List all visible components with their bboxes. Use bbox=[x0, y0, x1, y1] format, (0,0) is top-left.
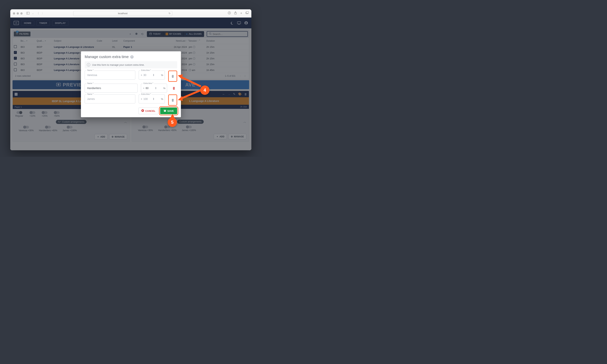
svg-marker-18 bbox=[170, 114, 175, 118]
stepper-icon[interactable]: ▲▼ bbox=[153, 74, 154, 76]
field-label: Extra time * bbox=[140, 69, 152, 71]
address-text: localhost bbox=[118, 12, 127, 15]
manage-extra-time-dialog: Manage custom extra time ? i Use this fo… bbox=[81, 51, 181, 117]
percent-label: % bbox=[161, 98, 163, 100]
share-icon[interactable] bbox=[234, 11, 237, 15]
tab-overview-icon[interactable] bbox=[246, 11, 249, 15]
extra-time-input[interactable] bbox=[143, 97, 152, 100]
downloads-icon[interactable] bbox=[228, 11, 231, 15]
plus-prefix: + bbox=[143, 87, 144, 90]
percent-label: % bbox=[161, 74, 163, 77]
extra-time-row: Name *Extra time *+▲▼% bbox=[85, 71, 177, 82]
plus-prefix: + bbox=[141, 97, 142, 100]
plus-prefix: + bbox=[141, 74, 142, 77]
info-icon: i bbox=[87, 63, 90, 66]
delete-row-button[interactable] bbox=[170, 84, 177, 92]
nav-forward-icon[interactable]: 〉 bbox=[42, 12, 44, 15]
browser-window: ⌄ 〈 〉 localhost ↻ + HOME TIMER DISPLA bbox=[10, 9, 251, 150]
annotation-highlight bbox=[168, 71, 177, 82]
annotation-arrow bbox=[170, 114, 175, 118]
cancel-button[interactable]: CANCEL bbox=[138, 107, 158, 114]
sidebar-toggle-icon[interactable] bbox=[26, 12, 29, 15]
annotation-arrow bbox=[178, 74, 202, 87]
extra-time-row: Name *Extra time *+▲▼% bbox=[85, 94, 177, 106]
name-input[interactable] bbox=[85, 84, 138, 92]
stepper-icon[interactable]: ▲▼ bbox=[155, 87, 157, 90]
cancel-icon bbox=[141, 109, 144, 113]
dialog-title: Manage custom extra time bbox=[85, 55, 129, 59]
svg-rect-4 bbox=[246, 12, 249, 13]
field-label: Name * bbox=[86, 82, 94, 84]
minimize-window-dot[interactable] bbox=[17, 12, 19, 14]
window-traffic-lights[interactable] bbox=[13, 12, 23, 14]
close-window-dot[interactable] bbox=[13, 12, 15, 14]
dialog-info-bar: i Use this form to manage your custom ex… bbox=[85, 61, 177, 68]
extra-time-input[interactable] bbox=[143, 74, 152, 77]
name-input[interactable] bbox=[85, 94, 135, 104]
field-label: Name * bbox=[86, 93, 94, 95]
field-label: Extra time * bbox=[140, 93, 152, 95]
delete-row-button[interactable] bbox=[169, 96, 176, 104]
new-tab-icon[interactable]: + bbox=[240, 11, 242, 15]
extra-time-row: Name *Extra time *+▲▼% bbox=[85, 84, 177, 92]
annotation-bubble-5: 5 bbox=[168, 117, 177, 127]
address-bar[interactable]: localhost ↻ bbox=[73, 11, 172, 16]
stepper-icon[interactable]: ▲▼ bbox=[153, 98, 154, 100]
mac-titlebar: ⌄ 〈 〉 localhost ↻ + bbox=[10, 9, 251, 18]
nav-back-icon[interactable]: 〈 bbox=[36, 12, 39, 15]
dialog-save-button[interactable]: SAVE bbox=[160, 107, 177, 114]
delete-row-button[interactable] bbox=[169, 72, 176, 81]
zoom-window-dot[interactable] bbox=[20, 12, 23, 14]
svg-rect-0 bbox=[27, 12, 29, 14]
save-icon bbox=[164, 109, 166, 113]
annotation-highlight bbox=[168, 94, 177, 106]
chevron-down-icon[interactable]: ⌄ bbox=[32, 12, 34, 14]
extra-time-input[interactable] bbox=[146, 87, 154, 90]
help-icon[interactable]: ? bbox=[130, 55, 134, 59]
svg-marker-17 bbox=[178, 96, 183, 101]
name-input[interactable] bbox=[85, 71, 135, 79]
percent-label: % bbox=[163, 87, 166, 90]
annotation-arrow bbox=[178, 90, 202, 101]
field-label: Extra time * bbox=[143, 82, 154, 84]
field-label: Name * bbox=[86, 69, 94, 71]
reload-icon[interactable]: ↻ bbox=[168, 12, 171, 15]
